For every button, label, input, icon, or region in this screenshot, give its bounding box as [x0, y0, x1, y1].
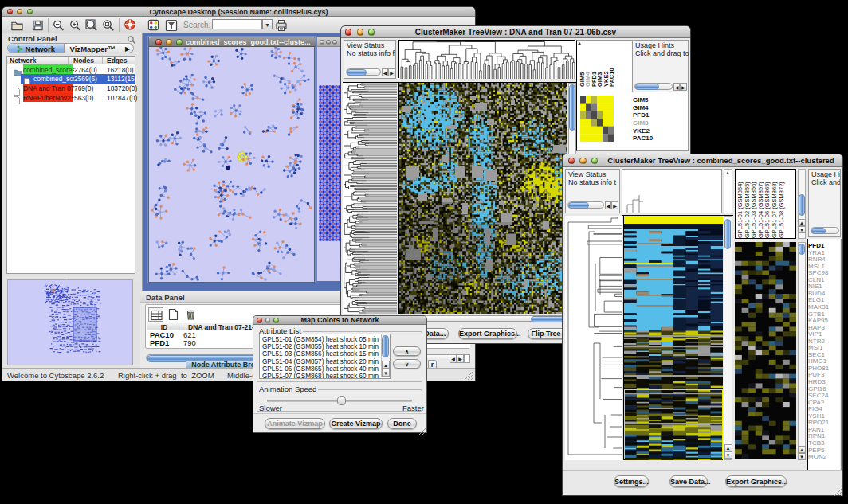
svg-text:GPL51-08 (GSM872): GPL51-08 (GSM872)	[778, 182, 785, 238]
svg-text:PAC10: PAC10	[608, 68, 615, 87]
